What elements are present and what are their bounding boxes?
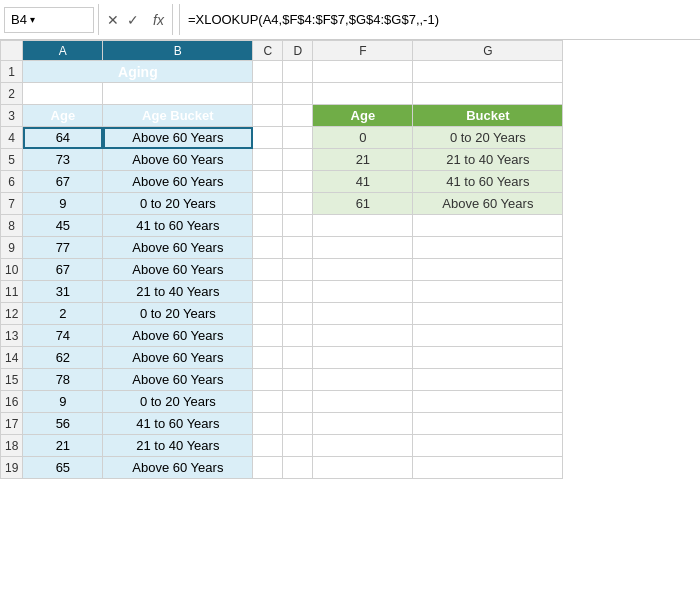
row-header: 19 [1,457,23,479]
age-cell[interactable]: 2 [23,303,103,325]
lookup-age-cell[interactable]: 41 [313,171,413,193]
age-bucket-cell[interactable]: Above 60 Years [103,259,253,281]
col-header-d[interactable]: D [283,41,313,61]
empty-cell [253,149,283,171]
age-bucket-cell[interactable]: 0 to 20 Years [103,303,253,325]
row-header: 2 [1,83,23,105]
table-row: 1374Above 60 Years [1,325,563,347]
age-cell[interactable]: 73 [23,149,103,171]
table-row: 182121 to 40 Years [1,435,563,457]
age-bucket-cell[interactable]: 0 to 20 Years [103,193,253,215]
empty-cell [413,303,563,325]
empty-cell [313,303,413,325]
corner-header [1,41,23,61]
title-cell[interactable]: Aging [23,61,253,83]
lookup-bucket-header[interactable]: Bucket [413,105,563,127]
lookup-age-cell[interactable]: 61 [313,193,413,215]
cell-ref-dropdown-icon[interactable]: ▾ [27,14,38,25]
age-bucket-cell[interactable]: Above 60 Years [103,325,253,347]
confirm-icon[interactable]: ✓ [125,12,141,28]
age-header[interactable]: Age [23,105,103,127]
age-cell[interactable]: 56 [23,413,103,435]
age-cell[interactable]: 78 [23,369,103,391]
col-header-g[interactable]: G [413,41,563,61]
lookup-bucket-cell[interactable]: Above 60 Years [413,193,563,215]
age-cell[interactable]: 67 [23,259,103,281]
lookup-bucket-cell[interactable]: 41 to 60 Years [413,171,563,193]
age-bucket-cell[interactable]: 41 to 60 Years [103,215,253,237]
formula-input[interactable] [180,12,700,27]
empty-cell [313,325,413,347]
row-header: 7 [1,193,23,215]
age-bucket-header[interactable]: Age Bucket [103,105,253,127]
age-bucket-cell[interactable]: 0 to 20 Years [103,391,253,413]
empty-cell [253,369,283,391]
age-bucket-cell[interactable]: Above 60 Years [103,347,253,369]
row-header: 11 [1,281,23,303]
lookup-age-cell[interactable]: 21 [313,149,413,171]
age-cell[interactable]: 62 [23,347,103,369]
age-cell[interactable]: 21 [23,435,103,457]
lookup-bucket-cell[interactable]: 21 to 40 Years [413,149,563,171]
empty-cell [253,435,283,457]
age-bucket-cell[interactable]: Above 60 Years [103,457,253,479]
age-bucket-cell[interactable]: 41 to 60 Years [103,413,253,435]
age-cell[interactable]: 9 [23,391,103,413]
empty-cell [283,237,313,259]
empty-cell [283,171,313,193]
table-row: 667Above 60 Years4141 to 60 Years [1,171,563,193]
table-row: 1 Aging [1,61,563,83]
age-cell[interactable]: 64 [23,127,103,149]
empty-cell [253,215,283,237]
age-bucket-cell[interactable]: 21 to 40 Years [103,281,253,303]
row-header: 15 [1,369,23,391]
age-bucket-cell[interactable]: 21 to 40 Years [103,435,253,457]
age-cell[interactable]: 65 [23,457,103,479]
age-cell[interactable]: 77 [23,237,103,259]
empty-cell [283,457,313,479]
age-bucket-cell[interactable]: Above 60 Years [103,127,253,149]
empty-cell [103,83,253,105]
age-cell[interactable]: 67 [23,171,103,193]
age-cell[interactable]: 9 [23,193,103,215]
empty-cell [253,391,283,413]
cell-reference-box[interactable]: B4 ▾ [4,7,94,33]
lookup-age-header[interactable]: Age [313,105,413,127]
empty-cell [313,413,413,435]
age-bucket-cell[interactable]: Above 60 Years [103,237,253,259]
row-header: 10 [1,259,23,281]
table-row: 1965Above 60 Years [1,457,563,479]
table-row: 790 to 20 Years61Above 60 Years [1,193,563,215]
empty-cell [413,215,563,237]
age-cell[interactable]: 31 [23,281,103,303]
age-bucket-cell[interactable]: Above 60 Years [103,149,253,171]
empty-cell [313,237,413,259]
age-cell[interactable]: 45 [23,215,103,237]
col-header-f[interactable]: F [313,41,413,61]
lookup-bucket-cell[interactable]: 0 to 20 Years [413,127,563,149]
row-header: 9 [1,237,23,259]
table-row: 84541 to 60 Years [1,215,563,237]
row-header: 4 [1,127,23,149]
table-row: 1462Above 60 Years [1,347,563,369]
lookup-age-cell[interactable]: 0 [313,127,413,149]
formula-bar: B4 ▾ ✕ ✓ fx [0,0,700,40]
table-row: 113121 to 40 Years [1,281,563,303]
empty-cell [253,83,283,105]
row-header: 16 [1,391,23,413]
col-header-a[interactable]: A [23,41,103,61]
empty-cell [253,259,283,281]
empty-cell [283,259,313,281]
empty-cell [283,369,313,391]
table-row: 1067Above 60 Years [1,259,563,281]
col-header-c[interactable]: C [253,41,283,61]
empty-cell [283,435,313,457]
empty-cell [313,215,413,237]
age-bucket-cell[interactable]: Above 60 Years [103,171,253,193]
col-header-b[interactable]: B [103,41,253,61]
age-bucket-cell[interactable]: Above 60 Years [103,369,253,391]
cancel-icon[interactable]: ✕ [105,12,121,28]
empty-cell [283,347,313,369]
age-cell[interactable]: 74 [23,325,103,347]
table-row: 464Above 60 Years00 to 20 Years [1,127,563,149]
